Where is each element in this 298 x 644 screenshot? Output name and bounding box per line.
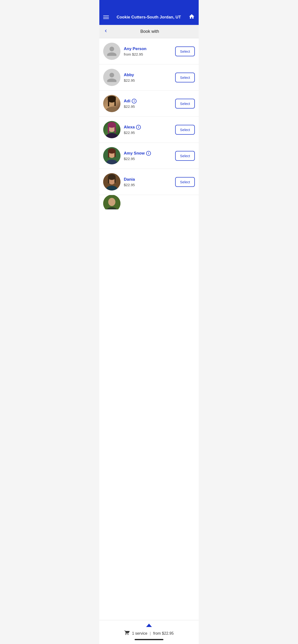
select-button[interactable]: Select	[175, 99, 195, 108]
staff-price: $22.95	[124, 130, 172, 135]
svg-rect-10	[114, 125, 116, 133]
info-icon[interactable]: i	[146, 151, 151, 156]
staff-info: Dania $22.95	[120, 177, 175, 187]
select-button[interactable]: Select	[175, 125, 195, 135]
svg-rect-9	[108, 125, 109, 133]
list-item: Dania $22.95 Select	[99, 169, 199, 195]
bottom-bar[interactable]: 1 service | from $22.95	[99, 620, 199, 644]
staff-list: Any Person from $22.95 Select Abby $22.9…	[99, 38, 199, 620]
home-indicator	[135, 639, 163, 640]
sub-header-title: Book with	[110, 29, 195, 34]
info-icon[interactable]: i	[132, 99, 136, 104]
bottom-bar-summary: 1 service | from $22.95	[124, 630, 174, 636]
divider: |	[150, 631, 151, 636]
cart-icon	[124, 630, 129, 636]
avatar	[103, 195, 120, 210]
staff-info: Amy Snow i $22.95	[120, 151, 175, 161]
staff-info: Adi i $22.95	[120, 99, 175, 108]
staff-info: Abby $22.95	[120, 72, 175, 82]
list-item: Alexa i $22.95 Select	[99, 117, 199, 143]
staff-price: $22.95	[124, 183, 172, 187]
info-icon[interactable]: i	[136, 125, 141, 130]
menu-button[interactable]	[103, 16, 109, 19]
staff-price: $22.95	[124, 78, 172, 82]
svg-point-5	[108, 96, 116, 100]
svg-rect-3	[108, 99, 109, 106]
staff-info: Any Person from $22.95	[120, 46, 175, 56]
avatar	[103, 173, 120, 190]
avatar	[103, 43, 120, 60]
staff-info: Alexa i $22.95	[120, 125, 175, 135]
list-item: Adi i $22.95 Select	[99, 90, 199, 117]
app-header: Cookie Cutters-South Jordan, UT	[99, 10, 199, 25]
list-item-partial	[99, 195, 199, 210]
staff-name: Any Person	[124, 46, 172, 51]
staff-name: Abby	[124, 72, 172, 78]
svg-rect-15	[108, 151, 109, 158]
staff-name: Dania	[124, 177, 172, 182]
avatar	[103, 95, 120, 112]
chevron-up-icon[interactable]	[146, 623, 152, 629]
avatar	[103, 69, 120, 86]
price-label: from $22.95	[153, 631, 174, 636]
svg-point-1	[105, 107, 118, 112]
select-button[interactable]: Select	[175, 151, 195, 161]
select-button[interactable]: Select	[175, 46, 195, 56]
staff-price: $22.95	[124, 104, 172, 108]
list-item: Any Person from $22.95 Select	[99, 38, 199, 64]
svg-rect-21	[108, 177, 109, 183]
list-item: Abby $22.95 Select	[99, 64, 199, 90]
staff-name: Amy Snow i	[124, 151, 172, 156]
home-button[interactable]	[189, 14, 195, 21]
svg-rect-22	[114, 177, 116, 183]
staff-price: from $22.95	[124, 52, 172, 56]
svg-point-24	[108, 198, 115, 206]
avatar	[103, 121, 120, 138]
service-count: 1 service	[132, 631, 147, 636]
staff-price: $22.95	[124, 157, 172, 161]
list-item: Amy Snow i $22.95 Select	[99, 143, 199, 169]
svg-point-7	[105, 133, 118, 138]
sub-header: Book with	[99, 25, 199, 38]
staff-name: Alexa i	[124, 125, 172, 130]
svg-rect-16	[114, 151, 116, 157]
select-button[interactable]: Select	[175, 72, 195, 82]
avatar	[103, 147, 120, 164]
select-button[interactable]: Select	[175, 177, 195, 187]
staff-name: Adi i	[124, 99, 172, 104]
header-title: Cookie Cutters-South Jordan, UT	[109, 15, 189, 20]
status-bar	[99, 0, 199, 10]
back-button[interactable]	[103, 28, 108, 35]
svg-rect-4	[114, 99, 116, 106]
